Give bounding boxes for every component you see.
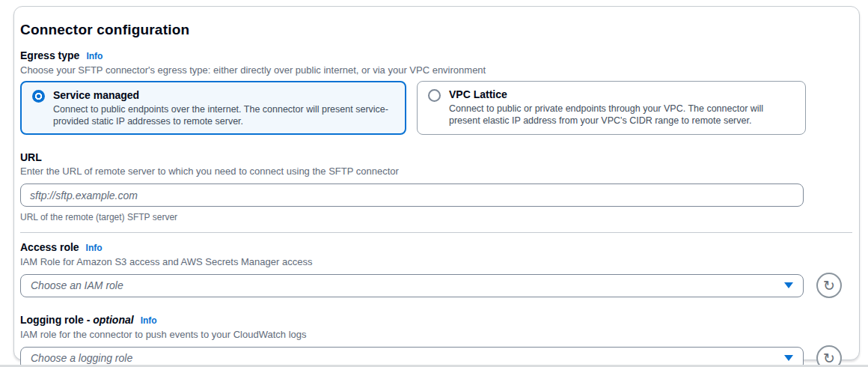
logging-role-section: Logging role - optional Info IAM role fo… [20, 314, 850, 367]
tile-vpc-lattice-label: VPC Lattice [449, 88, 795, 101]
egress-type-section: Egress type Info Choose your SFTP connec… [20, 49, 850, 135]
page-title: Connector configuration [20, 22, 850, 38]
caret-down-icon [784, 282, 793, 288]
access-role-select-value: Choose an IAM role [31, 279, 123, 291]
tile-vpc-lattice[interactable]: VPC Lattice Connect to public or private… [417, 81, 806, 135]
access-role-section: Access role Info IAM Role for Amazon S3 … [20, 241, 850, 298]
access-role-refresh-button[interactable]: ↻ [816, 273, 842, 298]
egress-type-label: Egress type [20, 49, 79, 62]
egress-type-info-link[interactable]: Info [86, 50, 103, 63]
access-role-select[interactable]: Choose an IAM role [20, 274, 804, 297]
logging-role-info-link[interactable]: Info [141, 315, 157, 327]
access-role-select-row: Choose an IAM role ↻ [20, 273, 850, 298]
logging-role-select-row: Choose a logging role ↻ [20, 345, 850, 367]
access-role-label-row: Access role Info [20, 241, 850, 255]
logging-role-select-value: Choose a logging role [31, 352, 132, 364]
logging-role-label-prefix: Logging role - [20, 314, 93, 326]
section-divider [20, 232, 852, 233]
url-input[interactable] [20, 184, 804, 207]
connector-configuration-panel: Connector configuration Egress type Info… [13, 6, 860, 360]
access-role-description: IAM Role for Amazon S3 access and AWS Se… [20, 256, 850, 268]
tile-service-managed-description: Connect to public endpoints over the int… [53, 103, 394, 127]
refresh-icon: ↻ [823, 279, 835, 293]
egress-type-label-row: Egress type Info [20, 49, 850, 63]
egress-type-description: Choose your SFTP connector's egress type… [20, 64, 850, 76]
access-role-label: Access role [20, 241, 79, 254]
tile-service-managed[interactable]: Service managed Connect to public endpoi… [20, 81, 406, 135]
url-description: Enter the URL of remote server to which … [20, 166, 850, 178]
url-constraint-text: URL of the remote (target) SFTP server [20, 212, 850, 222]
logging-role-label-optional: optional [93, 314, 133, 326]
logging-role-select[interactable]: Choose a logging role [20, 347, 804, 367]
egress-type-tiles: Service managed Connect to public endpoi… [20, 81, 850, 135]
url-section: URL Enter the URL of remote server to wh… [20, 151, 850, 222]
logging-role-label: Logging role - optional [20, 314, 134, 327]
radio-checked-icon[interactable] [32, 90, 45, 103]
refresh-icon: ↻ [823, 351, 835, 366]
url-label-row: URL [20, 151, 850, 164]
logging-role-label-row: Logging role - optional Info [20, 314, 850, 327]
radio-unchecked-icon[interactable] [428, 89, 441, 102]
access-role-info-link[interactable]: Info [86, 242, 103, 255]
tile-vpc-lattice-description: Connect to public or private endpoints t… [449, 103, 795, 127]
logging-role-description: IAM role for the connector to push event… [20, 329, 850, 341]
tile-vpc-lattice-text: VPC Lattice Connect to public or private… [449, 88, 795, 127]
url-label: URL [20, 151, 42, 164]
logging-role-refresh-button[interactable]: ↻ [816, 345, 842, 367]
tile-service-managed-text: Service managed Connect to public endpoi… [53, 89, 394, 127]
caret-down-icon [784, 355, 793, 361]
tile-service-managed-label: Service managed [53, 89, 394, 102]
